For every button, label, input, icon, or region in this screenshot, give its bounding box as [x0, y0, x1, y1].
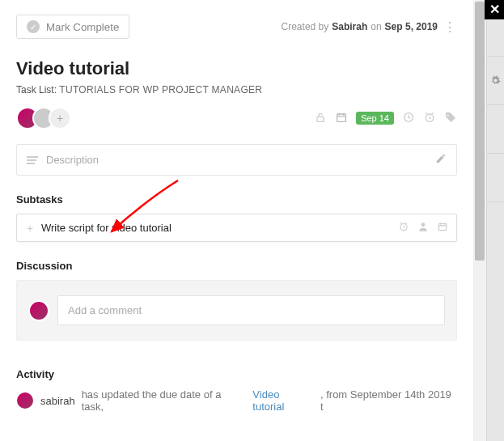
- panel-segment[interactable]: [487, 105, 504, 154]
- subtasks-heading: Subtasks: [16, 193, 457, 206]
- svg-rect-6: [438, 224, 446, 231]
- avatar: [16, 392, 34, 409]
- svg-point-5: [421, 223, 426, 227]
- kebab-menu-icon[interactable]: ⋮: [443, 19, 457, 35]
- plus-icon: +: [25, 222, 35, 235]
- activity-heading: Activity: [16, 368, 457, 380]
- close-icon[interactable]: ✕: [485, 0, 504, 19]
- scrollbar-track[interactable]: [473, 0, 486, 441]
- svg-rect-1: [337, 114, 346, 121]
- clock-icon[interactable]: [402, 111, 415, 126]
- calendar-icon[interactable]: [437, 221, 448, 235]
- mark-complete-button[interactable]: ✓ Mark Complete: [16, 15, 129, 39]
- activity-user[interactable]: sabirah: [40, 395, 75, 407]
- created-by-text: Created by Sabirah on Sep 5, 2019: [282, 21, 438, 32]
- svg-rect-0: [317, 117, 324, 121]
- comment-input[interactable]: Add a comment: [57, 295, 445, 325]
- creator-name: Sabirah: [332, 21, 367, 32]
- check-icon: ✓: [27, 20, 40, 33]
- task-list-name[interactable]: TUTORIALS FOR WP PROJECT MANAGER: [59, 84, 262, 95]
- due-date-pill[interactable]: Sep 14: [356, 112, 394, 125]
- panel-segment-gear[interactable]: [487, 57, 504, 105]
- calendar-icon[interactable]: [335, 111, 348, 126]
- task-title: Video tutorial: [16, 58, 457, 79]
- scrollbar-thumb[interactable]: [475, 2, 485, 261]
- subtask-input-row[interactable]: +: [16, 214, 457, 242]
- created-date: Sep 5, 2019: [385, 21, 438, 32]
- task-detail-panel: ✓ Mark Complete Created by Sabirah on Se…: [0, 0, 473, 441]
- description-placeholder: Description: [46, 154, 99, 166]
- activity-task-link[interactable]: Video tutorial: [252, 388, 314, 413]
- tag-icon[interactable]: [444, 111, 457, 126]
- mark-complete-label: Mark Complete: [46, 21, 119, 33]
- paragraph-icon: [27, 156, 38, 164]
- avatar: [28, 300, 49, 321]
- pencil-icon[interactable]: [435, 153, 447, 167]
- user-icon[interactable]: [417, 221, 429, 235]
- discussion-heading: Discussion: [16, 260, 457, 272]
- task-list-line: Task List: TUTORIALS FOR WP PROJECT MANA…: [16, 84, 457, 95]
- gear-icon: [490, 75, 501, 86]
- right-panel: [486, 0, 504, 441]
- description-field[interactable]: Description: [16, 144, 457, 176]
- activity-entry: sabirah has updated the due date of a ta…: [16, 388, 457, 413]
- discussion-panel: Add a comment: [16, 280, 457, 341]
- assignee-avatars[interactable]: +: [16, 107, 65, 129]
- panel-segment[interactable]: [487, 154, 504, 202]
- lock-icon[interactable]: [314, 111, 327, 126]
- add-assignee-button[interactable]: +: [49, 107, 71, 129]
- subtask-input[interactable]: [41, 222, 392, 234]
- alarm-icon[interactable]: [398, 221, 409, 235]
- alarm-icon[interactable]: [423, 111, 436, 126]
